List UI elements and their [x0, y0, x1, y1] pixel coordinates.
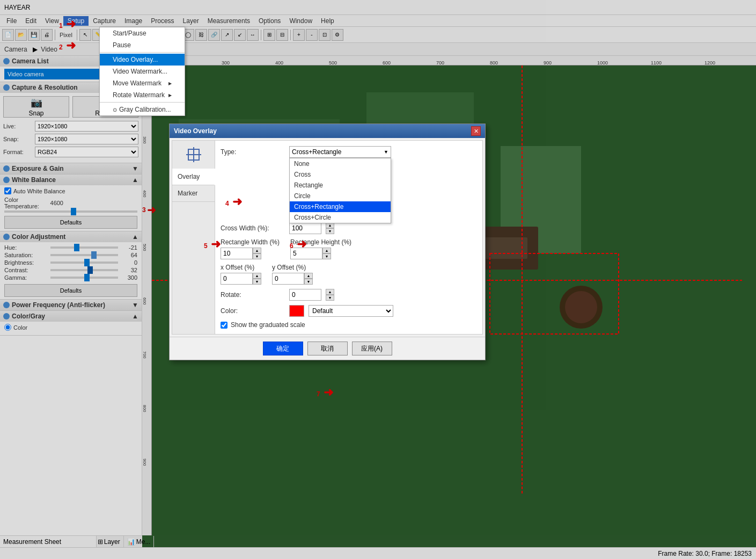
type-option-cross[interactable]: Cross	[290, 169, 391, 180]
color-form-row: Color: Default	[221, 305, 477, 317]
x-offset-up[interactable]: ▲	[253, 273, 261, 279]
x-offset-input[interactable]	[221, 273, 253, 285]
type-option-none[interactable]: None	[290, 158, 391, 169]
setup-dropdown-menu: Start/Pause Pause Video Overlay... Video…	[99, 27, 185, 116]
rect-width-label: Rectangle Width (%)	[221, 238, 280, 246]
dropdown-sep2	[100, 102, 185, 103]
rect-width-input-group: ▲ ▼	[221, 248, 280, 259]
dialog-apply-button[interactable]: 应用(A)	[352, 342, 392, 355]
dialog-footer: 确定 取消 应用(A)	[170, 337, 485, 360]
rect-height-spinner: ▲ ▼	[322, 248, 331, 259]
y-offset-group: y Offset (%) ▲ ▼	[272, 264, 313, 285]
dialog-body: Overlay Marker Type: Cross+Rectangle ▼ N…	[172, 140, 483, 335]
rect-width-input[interactable]	[221, 248, 253, 259]
cross-width-label: Cross Width (%):	[221, 224, 285, 232]
x-offset-down[interactable]: ▼	[253, 279, 261, 285]
rotate-spinner: ▲ ▼	[326, 289, 334, 301]
type-dropdown-arrow: ▼	[384, 149, 388, 155]
type-option-cross-rectangle[interactable]: Cross+Rectangle	[290, 201, 391, 212]
type-label: Type:	[221, 148, 285, 156]
cross-width-spinner: ▲ ▼	[326, 222, 334, 234]
color-dropdown[interactable]: Default	[309, 305, 393, 317]
x-offset-group: x Offset (%) ▲ ▼	[221, 264, 261, 285]
rotate-input[interactable]	[289, 289, 321, 301]
dropdown-sep1	[100, 52, 185, 53]
y-offset-down[interactable]: ▼	[304, 279, 313, 285]
cross-width-down[interactable]: ▼	[326, 228, 334, 234]
rect-height-up[interactable]: ▲	[322, 248, 331, 253]
cross-width-row: Cross Width (%): ▲ ▼	[221, 222, 477, 234]
offset-row: x Offset (%) ▲ ▼ y Offset (%) ▲	[221, 264, 477, 285]
dialog-cancel-button[interactable]: 取消	[307, 342, 348, 355]
type-option-cross-circle[interactable]: Cross+Circle	[290, 212, 391, 223]
setup-menu-video-watermark[interactable]: Video Watermark...	[100, 66, 185, 77]
crosshair-icon-container	[172, 141, 215, 169]
dialog-titlebar: Video Overlay ✕	[170, 124, 485, 138]
rect-width-down[interactable]: ▼	[253, 253, 261, 259]
color-label: Color:	[221, 307, 285, 315]
type-option-circle[interactable]: Circle	[290, 191, 391, 201]
dialog-content: Type: Cross+Rectangle ▼ None Cross Recta…	[215, 141, 482, 334]
setup-menu-gray-calibration[interactable]: ⊙ Gray Calibration...	[100, 104, 185, 115]
rect-width-group: Rectangle Width (%) ▲ ▼	[221, 238, 280, 259]
type-option-rectangle[interactable]: Rectangle	[290, 180, 391, 191]
rect-height-input-group: ▲ ▼	[290, 248, 351, 259]
dialog-close-button[interactable]: ✕	[471, 126, 481, 136]
x-offset-label: x Offset (%)	[221, 264, 261, 271]
crosshair-svg	[185, 146, 202, 163]
dialog-tab-marker[interactable]: Marker	[172, 185, 215, 202]
y-offset-up[interactable]: ▲	[304, 273, 313, 279]
setup-menu-rotate-watermark[interactable]: Rotate Watermark ▶	[100, 89, 185, 101]
type-select-display[interactable]: Cross+Rectangle ▼	[289, 146, 391, 158]
rect-height-label: Rectangle Height (%)	[290, 238, 351, 246]
type-dropdown-container: Cross+Rectangle ▼ None Cross Rectangle C…	[289, 146, 391, 158]
dialog-ok-button[interactable]: 确定	[263, 342, 303, 355]
dialog-tab-overlay[interactable]: Overlay	[172, 169, 215, 185]
type-dropdown-list: None Cross Rectangle Circle Cross+Rectan…	[289, 158, 391, 223]
setup-menu-move-watermark[interactable]: Move Watermark ▶	[100, 77, 185, 89]
y-offset-spinner: ▲ ▼	[304, 273, 313, 285]
rotate-form-row: Rotate: ▲ ▼	[221, 289, 477, 301]
show-scale-label: Show the graduated scale	[231, 321, 305, 329]
y-offset-input-group: ▲ ▼	[272, 273, 313, 285]
show-scale-row: Show the graduated scale	[221, 321, 477, 329]
setup-menu-start-pause[interactable]: Start/Pause	[100, 27, 185, 39]
dialog-title: Video Overlay	[174, 127, 217, 135]
setup-menu-video-overlay[interactable]: Video Overlay...	[100, 54, 185, 66]
rect-width-spinner: ▲ ▼	[253, 248, 261, 259]
rect-height-input[interactable]	[290, 248, 322, 259]
rotate-label: Rotate:	[221, 291, 285, 299]
x-offset-input-group: ▲ ▼	[221, 273, 261, 285]
rotate-up[interactable]: ▲	[326, 289, 334, 295]
cross-width-input[interactable]	[289, 222, 321, 234]
setup-menu-pause[interactable]: Pause	[100, 39, 185, 51]
rect-width-up[interactable]: ▲	[253, 248, 261, 253]
rect-height-group: Rectangle Height (%) ▲ ▼	[290, 238, 351, 259]
x-offset-spinner: ▲ ▼	[253, 273, 261, 285]
type-select-value: Cross+Rectangle	[292, 148, 384, 156]
y-offset-input[interactable]	[272, 273, 304, 285]
video-overlay-dialog: Video Overlay ✕ Overlay Marker Type:	[169, 124, 486, 360]
rotate-down[interactable]: ▼	[326, 295, 334, 301]
dialog-tabs: Overlay Marker	[172, 141, 215, 334]
rect-dimensions-row: Rectangle Width (%) ▲ ▼ Rectangle Height…	[221, 238, 477, 259]
color-swatch[interactable]	[289, 305, 304, 317]
y-offset-label: y Offset (%)	[272, 264, 313, 271]
type-form-row: Type: Cross+Rectangle ▼ None Cross Recta…	[221, 146, 477, 158]
rect-height-down[interactable]: ▼	[322, 253, 331, 259]
show-scale-checkbox[interactable]	[221, 322, 227, 329]
